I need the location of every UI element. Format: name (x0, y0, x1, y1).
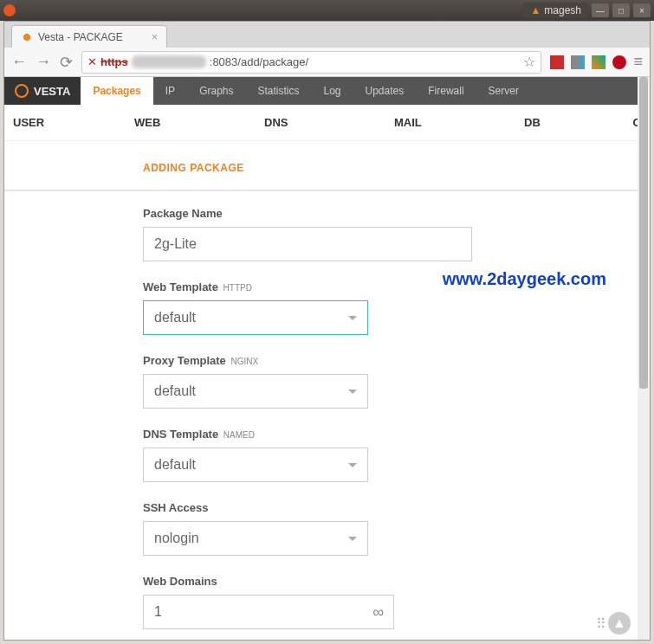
tab-close-button[interactable]: × (152, 31, 158, 43)
field-dns-template: DNS Template NAMED default (143, 428, 650, 482)
vesta-logo[interactable]: VESTA (4, 77, 81, 105)
tab-strip: Vesta - PACKAGE × (4, 22, 650, 48)
nav-ip[interactable]: IP (153, 77, 187, 105)
url-host-redacted: xxxx (132, 55, 206, 68)
scrollbar-vertical[interactable] (638, 77, 650, 640)
ssh-access-label: SSH Access (143, 501, 650, 514)
proxy-template-label: Proxy Template NGINX (143, 354, 650, 367)
url-input[interactable]: ✕ https xxxx :8083/add/package/ ☆ (81, 51, 541, 74)
nav-reload-button[interactable]: ⟳ (60, 53, 73, 72)
extension-icon[interactable] (550, 55, 564, 69)
web-domains-label: Web Domains (143, 575, 650, 588)
footer-icons: ⠿ ▲ (596, 612, 631, 634)
vesta-sub-nav: USER WEB DNS MAIL DB C (4, 105, 650, 141)
field-ssh-access: SSH Access nologin (143, 501, 650, 556)
browser-menu-button[interactable]: ≡ (633, 53, 643, 71)
dns-template-label: DNS Template NAMED (143, 428, 650, 441)
address-bar: ← → ⟳ ✕ https xxxx :8083/add/package/ ☆ … (4, 48, 650, 77)
dns-template-select[interactable]: default (143, 448, 368, 482)
favicon-icon (21, 31, 33, 43)
nav-log[interactable]: Log (312, 77, 353, 105)
nav-forward-button[interactable]: → (36, 53, 51, 71)
nav-updates[interactable]: Updates (353, 77, 417, 105)
pinterest-icon[interactable] (612, 55, 626, 69)
web-template-select[interactable]: default (143, 300, 368, 335)
bookmark-star-icon[interactable]: ☆ (523, 54, 535, 70)
web-domains-input[interactable] (143, 595, 394, 629)
subnav-db[interactable]: DB (524, 116, 611, 129)
package-name-label: Package Name (143, 207, 650, 220)
browser-tab[interactable]: Vesta - PACKAGE × (11, 25, 167, 48)
window-maximize-button[interactable]: □ (612, 3, 630, 17)
field-web-domains: Web Domains ∞ (143, 575, 650, 629)
subnav-mail[interactable]: MAIL (394, 116, 524, 129)
extension-icon[interactable] (592, 55, 605, 69)
subnav-user[interactable]: USER (13, 116, 134, 129)
browser-window: Vesta - PACKAGE × ← → ⟳ ✕ https xxxx :80… (3, 21, 651, 641)
nav-graphs[interactable]: Graphs (187, 77, 245, 105)
nav-server[interactable]: Server (476, 77, 531, 105)
watermark-text: www.2daygeek.com (443, 269, 606, 289)
subnav-dns[interactable]: DNS (264, 116, 394, 129)
logo-icon (15, 84, 29, 98)
field-package-name: Package Name (143, 207, 650, 261)
resize-grip-icon: ⠿ (596, 615, 605, 632)
form-title: ADDING PACKAGE (143, 141, 650, 190)
nav-statistics[interactable]: Statistics (245, 77, 311, 105)
scroll-top-button[interactable]: ▲ (608, 612, 631, 634)
nav-back-button[interactable]: ← (11, 53, 27, 71)
subnav-web[interactable]: WEB (134, 116, 264, 129)
os-titlebar: ▲ magesh — □ × (0, 0, 654, 21)
extension-icon[interactable] (571, 55, 585, 69)
ssh-access-select[interactable]: nologin (143, 521, 368, 556)
infinity-icon[interactable]: ∞ (372, 603, 384, 621)
ubuntu-icon (3, 4, 16, 16)
nav-packages[interactable]: Packages (81, 77, 152, 105)
nav-firewall[interactable]: Firewall (416, 77, 476, 105)
window-close-button[interactable]: × (633, 3, 651, 17)
package-form: ADDING PACKAGE Package Name Web Template… (4, 141, 650, 640)
page-content: VESTA Packages IP Graphs Statistics Log … (4, 77, 650, 640)
url-path: :8083/add/package/ (210, 55, 308, 68)
scrollbar-thumb[interactable] (639, 77, 648, 389)
extension-icons: ≡ (550, 53, 643, 71)
package-name-input[interactable] (143, 227, 472, 261)
field-proxy-template: Proxy Template NGINX default (143, 354, 650, 409)
vesta-top-nav: VESTA Packages IP Graphs Statistics Log … (4, 77, 650, 105)
https-warning-icon: ✕ (87, 55, 97, 68)
user-menu[interactable]: ▲ magesh (523, 3, 588, 18)
tab-title: Vesta - PACKAGE (38, 31, 123, 43)
url-scheme: https (100, 55, 128, 68)
window-minimize-button[interactable]: — (592, 3, 609, 17)
proxy-template-select[interactable]: default (143, 374, 368, 409)
